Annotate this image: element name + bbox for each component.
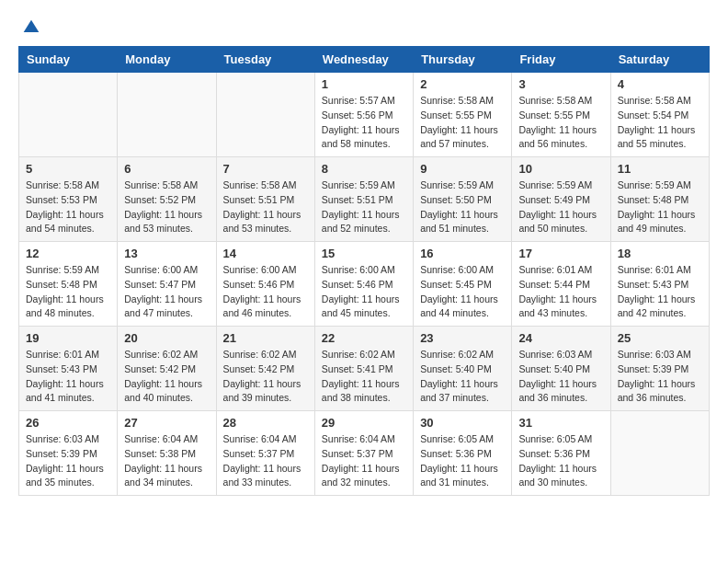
day-number: 8 (322, 162, 406, 176)
day-info: Sunrise: 6:02 AMSunset: 5:40 PMDaylight:… (420, 348, 505, 406)
day-number: 18 (618, 247, 702, 260)
calendar-cell: 6Sunrise: 5:58 AMSunset: 5:52 PMDaylight… (118, 157, 216, 242)
calendar-week-5: 26Sunrise: 6:03 AMSunset: 5:39 PMDayligh… (19, 411, 710, 496)
svg-marker-0 (24, 20, 40, 32)
day-info: Sunrise: 6:01 AMSunset: 5:43 PMDaylight:… (26, 348, 110, 406)
day-number: 23 (420, 331, 505, 345)
calendar-cell: 18Sunrise: 6:01 AMSunset: 5:43 PMDayligh… (610, 242, 709, 327)
day-info: Sunrise: 6:04 AMSunset: 5:37 PMDaylight:… (223, 432, 308, 490)
calendar-cell: 27Sunrise: 6:04 AMSunset: 5:38 PMDayligh… (118, 411, 216, 496)
day-number: 20 (124, 331, 209, 345)
logo-icon (22, 18, 40, 37)
calendar-header-wednesday: Wednesday (314, 47, 413, 73)
day-number: 3 (518, 77, 603, 91)
day-number: 26 (26, 416, 110, 430)
calendar-week-2: 5Sunrise: 5:58 AMSunset: 5:53 PMDaylight… (19, 157, 710, 242)
calendar-cell: 23Sunrise: 6:02 AMSunset: 5:40 PMDayligh… (414, 327, 512, 411)
calendar-cell: 26Sunrise: 6:03 AMSunset: 5:39 PMDayligh… (19, 411, 118, 496)
calendar-header-sunday: Sunday (19, 47, 118, 73)
header (18, 18, 710, 37)
day-info: Sunrise: 6:00 AMSunset: 5:45 PMDaylight:… (420, 263, 505, 321)
calendar-header-monday: Monday (118, 47, 216, 73)
calendar-cell (216, 73, 314, 157)
logo (18, 18, 40, 37)
day-info: Sunrise: 6:02 AMSunset: 5:41 PMDaylight:… (322, 348, 406, 406)
calendar-table: SundayMondayTuesdayWednesdayThursdayFrid… (18, 46, 710, 496)
day-info: Sunrise: 6:03 AMSunset: 5:39 PMDaylight:… (26, 432, 110, 490)
day-number: 11 (618, 162, 702, 176)
day-info: Sunrise: 6:01 AMSunset: 5:44 PMDaylight:… (518, 263, 603, 321)
day-number: 2 (420, 77, 505, 91)
calendar-header-friday: Friday (512, 47, 610, 73)
day-number: 24 (518, 331, 603, 345)
day-number: 5 (26, 162, 110, 176)
calendar-cell: 9Sunrise: 5:59 AMSunset: 5:50 PMDaylight… (414, 157, 512, 242)
day-number: 21 (223, 331, 308, 345)
day-info: Sunrise: 5:58 AMSunset: 5:52 PMDaylight:… (124, 178, 209, 236)
day-number: 6 (124, 162, 209, 176)
day-info: Sunrise: 6:03 AMSunset: 5:39 PMDaylight:… (618, 348, 702, 406)
day-info: Sunrise: 6:01 AMSunset: 5:43 PMDaylight:… (618, 263, 702, 321)
calendar-header-row: SundayMondayTuesdayWednesdayThursdayFrid… (19, 47, 710, 73)
day-number: 31 (518, 416, 603, 430)
calendar-cell: 21Sunrise: 6:02 AMSunset: 5:42 PMDayligh… (216, 327, 314, 411)
calendar-cell: 1Sunrise: 5:57 AMSunset: 5:56 PMDaylight… (314, 73, 413, 157)
day-info: Sunrise: 6:05 AMSunset: 5:36 PMDaylight:… (518, 432, 603, 490)
calendar-cell: 15Sunrise: 6:00 AMSunset: 5:46 PMDayligh… (314, 242, 413, 327)
day-number: 14 (223, 247, 308, 260)
day-number: 4 (618, 77, 702, 91)
calendar-header-tuesday: Tuesday (216, 47, 314, 73)
calendar-cell: 12Sunrise: 5:59 AMSunset: 5:48 PMDayligh… (19, 242, 118, 327)
day-number: 28 (223, 416, 308, 430)
day-info: Sunrise: 5:58 AMSunset: 5:55 PMDaylight:… (420, 94, 505, 152)
calendar-header-saturday: Saturday (610, 47, 709, 73)
day-number: 13 (124, 247, 209, 260)
day-number: 25 (618, 331, 702, 345)
day-info: Sunrise: 5:58 AMSunset: 5:51 PMDaylight:… (223, 178, 308, 236)
calendar-cell: 29Sunrise: 6:04 AMSunset: 5:37 PMDayligh… (314, 411, 413, 496)
calendar-cell: 5Sunrise: 5:58 AMSunset: 5:53 PMDaylight… (19, 157, 118, 242)
calendar-cell (19, 73, 118, 157)
calendar-cell: 7Sunrise: 5:58 AMSunset: 5:51 PMDaylight… (216, 157, 314, 242)
day-number: 7 (223, 162, 308, 176)
day-number: 16 (420, 247, 505, 260)
calendar-cell: 30Sunrise: 6:05 AMSunset: 5:36 PMDayligh… (414, 411, 512, 496)
calendar-cell (610, 411, 709, 496)
day-number: 22 (322, 331, 406, 345)
calendar-week-4: 19Sunrise: 6:01 AMSunset: 5:43 PMDayligh… (19, 327, 710, 411)
calendar-cell: 11Sunrise: 5:59 AMSunset: 5:48 PMDayligh… (610, 157, 709, 242)
calendar-cell: 10Sunrise: 5:59 AMSunset: 5:49 PMDayligh… (512, 157, 610, 242)
calendar-week-1: 1Sunrise: 5:57 AMSunset: 5:56 PMDaylight… (19, 73, 710, 157)
calendar-header-thursday: Thursday (414, 47, 512, 73)
calendar-cell: 13Sunrise: 6:00 AMSunset: 5:47 PMDayligh… (118, 242, 216, 327)
day-info: Sunrise: 6:03 AMSunset: 5:40 PMDaylight:… (518, 348, 603, 406)
calendar-cell: 16Sunrise: 6:00 AMSunset: 5:45 PMDayligh… (414, 242, 512, 327)
day-info: Sunrise: 5:57 AMSunset: 5:56 PMDaylight:… (322, 94, 406, 152)
day-number: 15 (322, 247, 406, 260)
day-info: Sunrise: 5:59 AMSunset: 5:49 PMDaylight:… (518, 178, 603, 236)
day-info: Sunrise: 5:59 AMSunset: 5:48 PMDaylight:… (618, 178, 702, 236)
day-info: Sunrise: 6:05 AMSunset: 5:36 PMDaylight:… (420, 432, 505, 490)
day-info: Sunrise: 5:58 AMSunset: 5:55 PMDaylight:… (518, 94, 603, 152)
day-number: 19 (26, 331, 110, 345)
day-number: 27 (124, 416, 209, 430)
calendar-cell: 24Sunrise: 6:03 AMSunset: 5:40 PMDayligh… (512, 327, 610, 411)
day-info: Sunrise: 6:00 AMSunset: 5:46 PMDaylight:… (322, 263, 406, 321)
calendar-cell: 8Sunrise: 5:59 AMSunset: 5:51 PMDaylight… (314, 157, 413, 242)
day-info: Sunrise: 6:00 AMSunset: 5:46 PMDaylight:… (223, 263, 308, 321)
day-info: Sunrise: 5:58 AMSunset: 5:54 PMDaylight:… (618, 94, 702, 152)
calendar-cell: 25Sunrise: 6:03 AMSunset: 5:39 PMDayligh… (610, 327, 709, 411)
day-info: Sunrise: 5:58 AMSunset: 5:53 PMDaylight:… (26, 178, 110, 236)
day-info: Sunrise: 5:59 AMSunset: 5:51 PMDaylight:… (322, 178, 406, 236)
calendar-cell: 19Sunrise: 6:01 AMSunset: 5:43 PMDayligh… (19, 327, 118, 411)
day-number: 12 (26, 247, 110, 260)
day-info: Sunrise: 5:59 AMSunset: 5:50 PMDaylight:… (420, 178, 505, 236)
calendar-cell: 20Sunrise: 6:02 AMSunset: 5:42 PMDayligh… (118, 327, 216, 411)
day-info: Sunrise: 6:04 AMSunset: 5:37 PMDaylight:… (322, 432, 406, 490)
day-info: Sunrise: 6:02 AMSunset: 5:42 PMDaylight:… (124, 348, 209, 406)
calendar-cell: 3Sunrise: 5:58 AMSunset: 5:55 PMDaylight… (512, 73, 610, 157)
day-number: 9 (420, 162, 505, 176)
calendar-cell: 22Sunrise: 6:02 AMSunset: 5:41 PMDayligh… (314, 327, 413, 411)
calendar-week-3: 12Sunrise: 5:59 AMSunset: 5:48 PMDayligh… (19, 242, 710, 327)
calendar-cell: 14Sunrise: 6:00 AMSunset: 5:46 PMDayligh… (216, 242, 314, 327)
